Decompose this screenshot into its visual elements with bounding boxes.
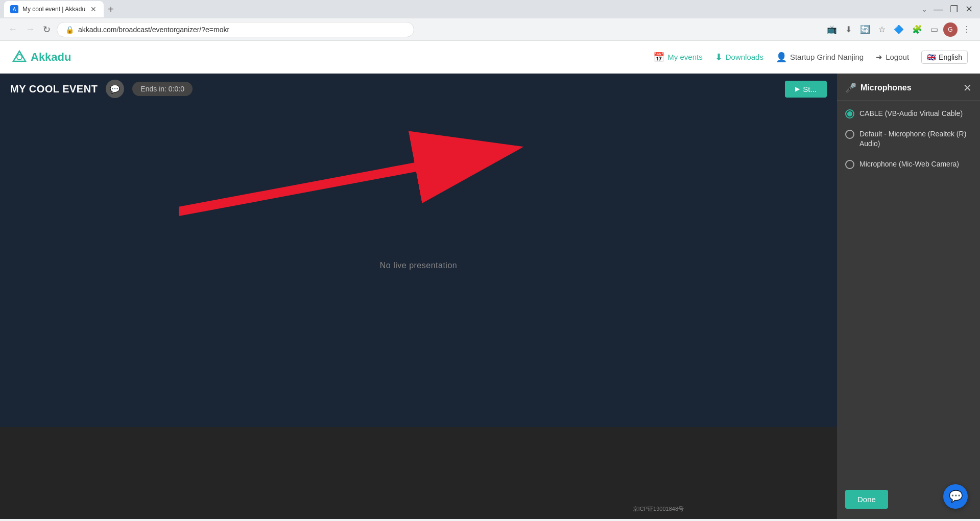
my-events-link[interactable]: 📅 My events: [653, 52, 702, 63]
no-presentation-text: No live presentation: [380, 261, 457, 270]
close-button[interactable]: ✕: [962, 3, 976, 16]
profile-button[interactable]: G: [943, 22, 958, 37]
calendar-icon: 📅: [653, 52, 664, 63]
tab-title: My cool event | Akkadu: [22, 6, 85, 13]
done-button[interactable]: Done: [845, 490, 888, 509]
broadcast-header: MY COOL EVENT 💬 Ends in: 0:0:0 ▶ St...: [0, 74, 837, 104]
microphone-icon: 🎤: [845, 82, 856, 93]
tab-favicon: A: [10, 5, 18, 13]
icp-text: 京ICP证19001848号: [633, 505, 684, 513]
panel-header: 🎤 Microphones ✕: [837, 74, 980, 101]
chat-bubble-icon: 💬: [949, 490, 963, 503]
downloads-link[interactable]: ⬇ Downloads: [715, 52, 763, 63]
app-header: Akkadu 📅 My events ⬇ Downloads 👤 Startup…: [0, 41, 980, 74]
reload-button[interactable]: ↻: [41, 22, 53, 37]
url-input[interactable]: [78, 26, 405, 34]
my-events-label: My events: [667, 53, 702, 61]
browser-tab[interactable]: A My cool event | Akkadu ✕: [4, 1, 104, 17]
logo-icon: [12, 50, 27, 64]
broadcast-area: MY COOL EVENT 💬 Ends in: 0:0:0 ▶ St... N…: [0, 74, 837, 519]
chat-support-button[interactable]: 💬: [943, 484, 968, 509]
broadcast-bottom-panel: [0, 427, 837, 519]
mic-label-cable: CABLE (VB-Audio Virtual Cable): [859, 109, 963, 119]
logo-text: Akkadu: [31, 51, 71, 64]
tab-close-button[interactable]: ✕: [89, 5, 98, 13]
more-menu-button[interactable]: ⋮: [960, 21, 974, 37]
broadcast-stage: No live presentation: [0, 104, 837, 427]
play-icon: ▶: [795, 85, 800, 92]
akkadu-extension-icon[interactable]: 🔷: [891, 21, 907, 37]
panel-close-button[interactable]: ✕: [963, 82, 972, 94]
mic-label-default: Default - Microphone (Realtek (R) Audio): [859, 129, 972, 149]
user-profile-link[interactable]: 👤 Startup Grind Nanjing: [776, 52, 864, 63]
downloads-toolbar-icon[interactable]: ⬇: [842, 21, 855, 37]
mic-label-webcam: Microphone (Mic-Web Camera): [859, 159, 959, 170]
minimize-button[interactable]: —: [930, 3, 946, 16]
event-title: MY COOL EVENT: [10, 83, 98, 95]
svg-line-5: [179, 150, 506, 211]
lock-icon: 🔒: [65, 26, 74, 34]
radio-default[interactable]: [845, 130, 854, 139]
start-btn-label: St...: [803, 85, 817, 93]
svg-point-3: [17, 55, 22, 60]
user-icon: 👤: [776, 52, 787, 63]
logout-icon: ➜: [876, 53, 882, 62]
panel-title: Microphones: [861, 83, 912, 92]
panel-title-row: 🎤 Microphones: [845, 82, 912, 93]
cast-icon[interactable]: 📺: [824, 21, 840, 37]
microphone-option-default[interactable]: Default - Microphone (Realtek (R) Audio): [845, 129, 972, 149]
app-logo[interactable]: Akkadu: [12, 50, 71, 64]
window-controls: ⌄ — ❐ ✕: [921, 3, 976, 16]
radio-cable[interactable]: [845, 109, 854, 119]
window-titlebar: A My cool event | Akkadu ✕ + ⌄ — ❐ ✕: [0, 0, 980, 18]
tabs-dropdown-icon[interactable]: ⌄: [921, 5, 927, 13]
microphone-option-webcam[interactable]: Microphone (Mic-Web Camera): [845, 159, 972, 170]
chat-bubble-icon: 💬: [110, 84, 120, 94]
user-name-label: Startup Grind Nanjing: [790, 53, 864, 61]
language-label: English: [939, 53, 962, 61]
microphone-options-list: CABLE (VB-Audio Virtual Cable) Default -…: [837, 101, 980, 484]
browser-toolbar: ← → ↻ 🔒 📺 ⬇ 🔄 ☆ 🔷 🧩 ▭ G ⋮: [0, 18, 980, 41]
timer-badge: Ends in: 0:0:0: [132, 82, 193, 96]
sync-icon[interactable]: 🔄: [857, 21, 873, 37]
downloads-label: Downloads: [726, 53, 763, 61]
logout-link[interactable]: ➜ Logout: [876, 53, 909, 62]
microphone-option-cable[interactable]: CABLE (VB-Audio Virtual Cable): [845, 109, 972, 119]
radio-webcam[interactable]: [845, 160, 854, 169]
flag-icon: 🇬🇧: [927, 53, 936, 61]
browser-toolbar-right: 📺 ⬇ 🔄 ☆ 🔷 🧩 ▭ G ⋮: [824, 21, 974, 37]
app-container: Akkadu 📅 My events ⬇ Downloads 👤 Startup…: [0, 41, 980, 519]
annotation-arrow: [179, 130, 536, 232]
timer-label: Ends in: 0:0:0: [140, 85, 184, 93]
logout-label: Logout: [886, 53, 909, 61]
forward-button[interactable]: →: [23, 22, 37, 37]
back-button[interactable]: ←: [6, 22, 19, 37]
start-broadcast-button[interactable]: ▶ St...: [785, 81, 827, 98]
svg-text:A: A: [13, 7, 16, 12]
sidebar-icon[interactable]: ▭: [927, 21, 941, 37]
header-nav: 📅 My events ⬇ Downloads 👤 Startup Grind …: [653, 51, 968, 64]
download-icon: ⬇: [715, 52, 723, 63]
extensions-icon[interactable]: 🧩: [909, 21, 925, 37]
microphones-panel: 🎤 Microphones ✕ CABLE (VB-Audio Virtual …: [837, 74, 980, 519]
language-button[interactable]: 🇬🇧 English: [921, 51, 968, 64]
new-tab-button[interactable]: +: [104, 2, 118, 17]
chat-toggle-button[interactable]: 💬: [106, 80, 124, 98]
main-content: MY COOL EVENT 💬 Ends in: 0:0:0 ▶ St... N…: [0, 74, 980, 519]
address-bar[interactable]: 🔒: [57, 22, 414, 37]
maximize-button[interactable]: ❐: [947, 3, 961, 16]
bookmark-icon[interactable]: ☆: [875, 21, 889, 37]
